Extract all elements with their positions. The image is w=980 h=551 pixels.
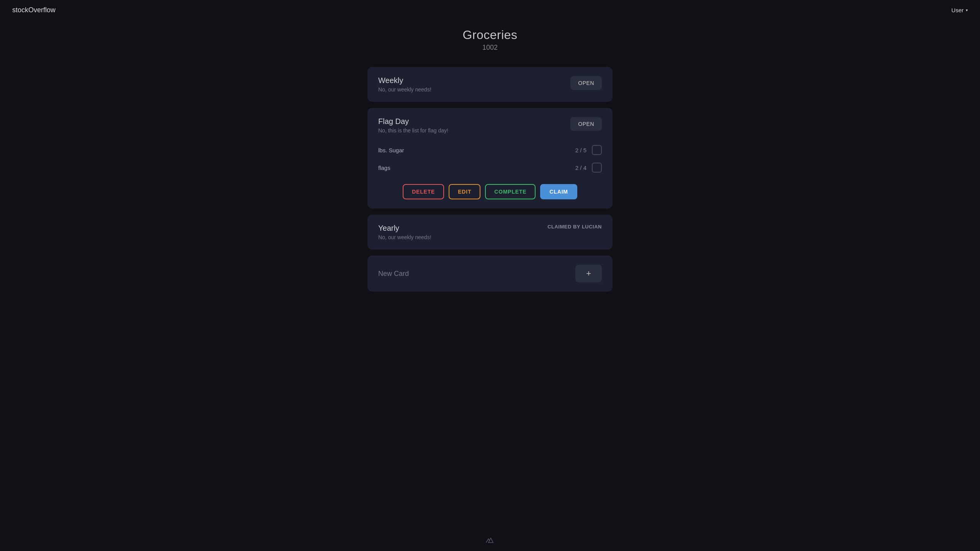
item-checkbox-sugar[interactable] xyxy=(592,145,602,155)
new-card: New Card + xyxy=(368,256,612,292)
app-logo: stockOverflow xyxy=(12,6,56,14)
item-count-flags: 2 / 4 xyxy=(575,165,586,171)
flag-day-card-title: Flag Day xyxy=(378,117,448,126)
item-name-sugar: lbs. Sugar xyxy=(378,147,404,153)
yearly-card-title: Yearly xyxy=(378,224,431,233)
flag-day-card-info: Flag Day No, this is the list for flag d… xyxy=(378,117,448,134)
yearly-card-header: Yearly No, our weekly needs! CLAIMED BY … xyxy=(378,224,602,240)
list-item: lbs. Sugar 2 / 5 xyxy=(378,141,602,159)
page-title-block: Groceries 1002 xyxy=(462,28,517,52)
weekly-card-title: Weekly xyxy=(378,76,431,85)
add-card-button[interactable]: + xyxy=(575,265,602,282)
user-menu[interactable]: User ▾ xyxy=(951,7,968,13)
flag-day-card-description: No, this is the list for flag day! xyxy=(378,127,448,134)
list-item: flags 2 / 4 xyxy=(378,159,602,176)
user-label: User xyxy=(951,7,964,13)
flag-day-open-button[interactable]: OPEN xyxy=(570,117,602,131)
new-card-label: New Card xyxy=(378,270,409,278)
weekly-open-button[interactable]: OPEN xyxy=(570,76,602,90)
delete-button[interactable]: DELETE xyxy=(403,184,444,199)
claim-button[interactable]: CLAIM xyxy=(540,184,577,199)
mountain-icon xyxy=(485,536,495,545)
page-subtitle: 1002 xyxy=(462,44,517,52)
item-right-flags: 2 / 4 xyxy=(575,163,602,173)
edit-button[interactable]: EDIT xyxy=(449,184,480,199)
flag-day-card-header: Flag Day No, this is the list for flag d… xyxy=(378,117,602,134)
page-title: Groceries xyxy=(462,28,517,42)
weekly-card-description: No, our weekly needs! xyxy=(378,86,431,93)
flag-day-action-buttons: DELETE EDIT COMPLETE CLAIM xyxy=(378,184,602,199)
complete-button[interactable]: COMPLETE xyxy=(485,184,536,199)
header: stockOverflow User ▾ xyxy=(0,0,980,20)
weekly-card: Weekly No, our weekly needs! OPEN xyxy=(368,67,612,102)
yearly-card: Yearly No, our weekly needs! CLAIMED BY … xyxy=(368,215,612,249)
yearly-card-info: Yearly No, our weekly needs! xyxy=(378,224,431,240)
chevron-down-icon: ▾ xyxy=(966,8,968,12)
flag-day-card: Flag Day No, this is the list for flag d… xyxy=(368,108,612,209)
claimed-status-badge: CLAIMED BY LUCIAN xyxy=(547,224,602,230)
main-content: Groceries 1002 Weekly No, our weekly nee… xyxy=(0,20,980,530)
item-name-flags: flags xyxy=(378,165,390,171)
item-count-sugar: 2 / 5 xyxy=(575,147,586,153)
footer xyxy=(0,530,980,551)
flag-day-items-list: lbs. Sugar 2 / 5 flags 2 / 4 xyxy=(378,141,602,176)
yearly-card-description: No, our weekly needs! xyxy=(378,234,431,240)
item-checkbox-flags[interactable] xyxy=(592,163,602,173)
weekly-card-info: Weekly No, our weekly needs! xyxy=(378,76,431,93)
weekly-card-header: Weekly No, our weekly needs! OPEN xyxy=(378,76,602,93)
item-right-sugar: 2 / 5 xyxy=(575,145,602,155)
cards-container: Weekly No, our weekly needs! OPEN Flag D… xyxy=(368,67,612,292)
